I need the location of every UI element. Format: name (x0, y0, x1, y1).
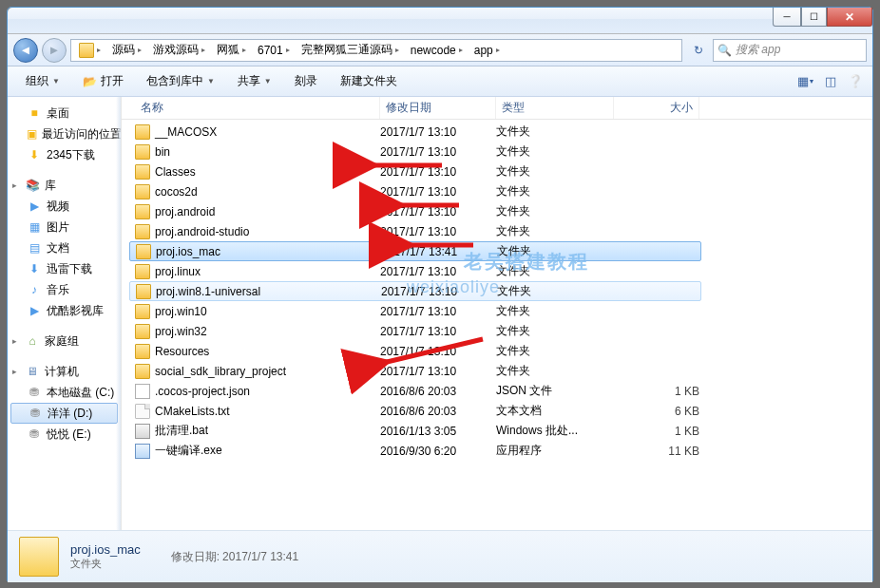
file-name: Resources (155, 345, 209, 358)
file-row[interactable]: social_sdk_library_project2017/1/7 13:10… (122, 361, 872, 381)
sidebar-item-desktop[interactable]: ■桌面 (8, 103, 121, 123)
breadcrumb-seg[interactable]: 6701 (258, 44, 283, 57)
file-row[interactable]: CMakeLists.txt2016/8/6 20:03文本文档6 KB (122, 401, 872, 421)
nav-back-button[interactable]: ◄ (13, 38, 38, 63)
breadcrumb-seg[interactable]: 网狐 (217, 42, 239, 58)
file-date: 2016/8/6 20:03 (380, 385, 496, 398)
file-date: 2017/1/7 13:41 (381, 245, 497, 258)
sidebar-item-music[interactable]: ♪音乐 (8, 279, 121, 300)
include-library-button[interactable]: 包含到库中▼ (136, 68, 225, 94)
toolbar: 组织▼ 📂打开 包含到库中▼ 共享▼ 刻录 新建文件夹 ▦▼ ◫ ❔ (8, 66, 872, 97)
file-date: 2017/1/7 13:10 (380, 125, 496, 139)
file-date: 2016/8/6 20:03 (380, 405, 496, 418)
sidebar-item-youku[interactable]: ▶优酷影视库 (8, 300, 121, 321)
sidebar-drive-d[interactable]: ⛃洋洋 (D:) (10, 403, 118, 424)
sidebar-item-xunlei[interactable]: ⬇迅雷下载 (8, 258, 121, 279)
open-button[interactable]: 📂打开 (72, 68, 134, 94)
file-size: 1 KB (614, 385, 699, 398)
view-options-button[interactable]: ▦▼ (796, 73, 815, 90)
breadcrumb-seg[interactable]: 游戏源码 (153, 42, 199, 58)
breadcrumb-seg[interactable]: 源码 (112, 42, 135, 58)
breadcrumb[interactable]: ▸ 源码▸ 游戏源码▸ 网狐▸ 6701▸ 完整网狐三通源码▸ newcode▸… (70, 39, 682, 62)
file-row[interactable]: proj.win102017/1/7 13:10文件夹 (122, 301, 872, 321)
folder-icon (135, 364, 150, 379)
new-folder-button[interactable]: 新建文件夹 (330, 68, 408, 94)
file-name: proj.android (155, 205, 215, 218)
file-row[interactable]: proj.win8.1-universal2017/1/7 13:10文件夹 (129, 281, 701, 301)
sidebar-item-documents[interactable]: ▤文档 (8, 237, 121, 258)
sidebar-item-2345[interactable]: ⬇2345下载 (8, 144, 121, 165)
file-size: 1 KB (614, 425, 699, 438)
help-button[interactable]: ❔ (846, 73, 865, 90)
burn-button[interactable]: 刻录 (284, 68, 328, 94)
organize-button[interactable]: 组织▼ (15, 68, 70, 94)
file-name: 一键编译.exe (155, 443, 222, 459)
file-type: 文件夹 (496, 263, 614, 279)
file-name: proj.linux (155, 265, 201, 278)
sidebar-item-recent[interactable]: ▣最近访问的位置 (8, 123, 121, 144)
file-row[interactable]: proj.android2017/1/7 13:10文件夹 (122, 201, 872, 221)
share-button[interactable]: 共享▼ (227, 68, 282, 94)
maximize-button[interactable]: ☐ (801, 8, 827, 27)
file-row[interactable]: 批清理.bat2016/1/13 3:05Windows 批处...1 KB (122, 421, 872, 441)
drive-icon: ⛃ (27, 427, 42, 442)
file-name: __MACOSX (155, 125, 217, 139)
sidebar-homegroup[interactable]: ▸⌂家庭组 (8, 331, 121, 351)
column-headers[interactable]: 名称 修改日期 类型 大小 (122, 97, 872, 120)
chevron-right-icon: ▸ (395, 46, 399, 54)
file-row[interactable]: proj.win322017/1/7 13:10文件夹 (122, 321, 872, 341)
minimize-button[interactable]: ─ (773, 8, 801, 27)
file-type: 文件夹 (496, 203, 614, 219)
file-row[interactable]: Resources2017/1/7 13:10文件夹 (122, 341, 872, 361)
file-date: 2017/1/7 13:10 (380, 205, 496, 218)
col-name[interactable]: 名称 (135, 97, 380, 119)
breadcrumb-seg[interactable]: app (474, 44, 493, 57)
folder-icon (135, 344, 150, 359)
sidebar-computer[interactable]: ▸🖥计算机 (8, 361, 121, 382)
col-size[interactable]: 大小 (614, 97, 699, 119)
bat-icon (135, 424, 150, 439)
file-row[interactable]: 一键编译.exe2016/9/30 6:20应用程序11 KB (122, 441, 872, 461)
youku-icon: ▶ (27, 303, 42, 318)
sidebar-drive-c[interactable]: ⛃本地磁盘 (C:) (8, 382, 121, 403)
file-type: 文件夹 (496, 143, 614, 160)
folder-icon (135, 224, 150, 239)
folder-icon (136, 244, 151, 259)
breadcrumb-seg[interactable]: 完整网狐三通源码 (301, 42, 392, 58)
download-icon: ⬇ (27, 147, 42, 162)
search-icon: 🔍 (717, 44, 732, 57)
file-row[interactable]: proj.ios_mac2017/1/7 13:41文件夹 (129, 241, 701, 261)
chevron-right-icon: ▸ (242, 46, 246, 54)
close-button[interactable]: ✕ (827, 8, 872, 27)
file-row[interactable]: proj.linux2017/1/7 13:10文件夹 (122, 261, 872, 281)
file-type: 文件夹 (496, 183, 614, 199)
col-date[interactable]: 修改日期 (380, 97, 496, 119)
titlebar[interactable]: ─ ☐ ✕ (8, 8, 872, 34)
file-name: .cocos-project.json (155, 385, 250, 398)
file-row[interactable]: Classes2017/1/7 13:10文件夹 (122, 161, 872, 181)
file-row[interactable]: proj.android-studio2017/1/7 13:10文件夹 (122, 221, 872, 241)
col-type[interactable]: 类型 (496, 97, 614, 119)
file-type: 文件夹 (496, 123, 614, 140)
file-row[interactable]: cocos2d2017/1/7 13:10文件夹 (122, 181, 872, 201)
nav-forward-button[interactable]: ► (42, 38, 67, 63)
breadcrumb-seg[interactable]: newcode (411, 44, 456, 57)
sidebar-item-video[interactable]: ▶视频 (8, 196, 121, 217)
explorer-window: ─ ☐ ✕ ◄ ► ▸ 源码▸ 游戏源码▸ 网狐▸ 6701▸ 完整网狐三通源码… (7, 7, 873, 581)
search-input[interactable]: 🔍 搜索 app (713, 39, 867, 62)
file-row[interactable]: __MACOSX2017/1/7 13:10文件夹 (122, 122, 872, 142)
file-date: 2017/1/7 13:10 (380, 165, 496, 179)
folder-icon (136, 284, 151, 299)
file-type: 文件夹 (497, 243, 615, 259)
file-row[interactable]: .cocos-project.json2016/8/6 20:03JSON 文件… (122, 381, 872, 401)
file-row[interactable]: bin2017/1/7 13:10文件夹 (122, 142, 872, 161)
sidebar-libraries-header[interactable]: ▸📚库 (8, 175, 121, 196)
file-name: cocos2d (155, 185, 198, 199)
expand-icon: ▸ (12, 180, 17, 190)
refresh-button[interactable]: ↻ (688, 40, 709, 61)
preview-pane-button[interactable]: ◫ (821, 73, 840, 90)
sidebar-drive-e[interactable]: ⛃悦悦 (E:) (8, 424, 121, 445)
video-icon: ▶ (27, 199, 42, 214)
sidebar-item-pictures[interactable]: ▦图片 (8, 217, 121, 237)
folder-icon (135, 124, 150, 140)
